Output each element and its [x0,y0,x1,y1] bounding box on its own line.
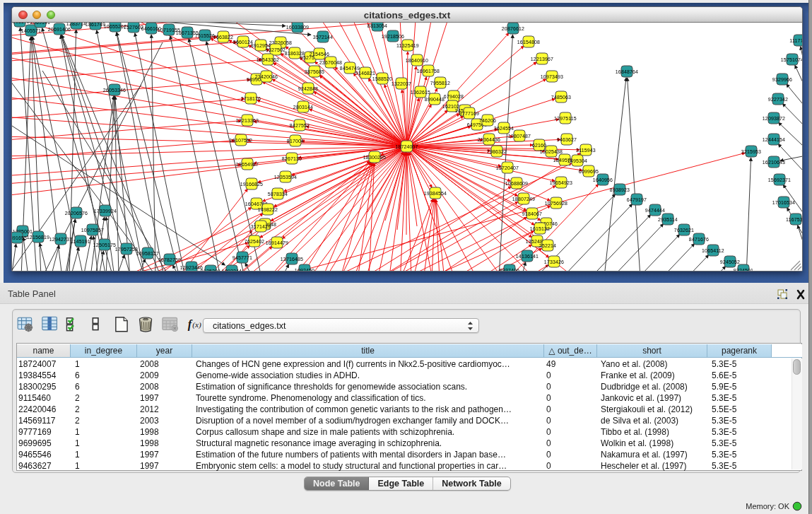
svg-text:15751074: 15751074 [781,57,802,62]
svg-text:12444154: 12444154 [763,137,785,142]
svg-text:8660124: 8660124 [233,40,253,45]
svg-text:1588520: 1588520 [372,76,392,81]
svg-text:23420046: 23420046 [255,74,278,79]
svg-text:9242848: 9242848 [298,86,318,91]
svg-text:16154808: 16154808 [517,40,540,45]
svg-text:3115943: 3115943 [576,148,596,153]
svg-text:9135201: 9135201 [201,269,220,271]
svg-text:19654923: 19654923 [550,180,572,185]
svg-text:18807249: 18807249 [512,197,535,201]
svg-text:9327502: 9327502 [266,47,286,52]
svg-text:2069141: 2069141 [30,23,50,25]
svg-text:7663822: 7663822 [213,35,233,40]
svg-text:3215953: 3215953 [741,149,761,154]
svg-text:12213363: 12213363 [236,118,259,123]
svg-text:10975857: 10975857 [81,228,104,233]
svg-text:15692371: 15692371 [768,177,791,182]
svg-text:1527602: 1527602 [124,25,143,30]
svg-text:1145191: 1145191 [71,239,90,244]
svg-text:1615132: 1615132 [530,226,550,231]
svg-text:1092450: 1092450 [295,268,314,271]
svg-text:16543362: 16543362 [257,57,279,62]
svg-text:26053346: 26053346 [103,88,126,93]
svg-text:1362615: 1362615 [411,90,430,95]
svg-text:19384554: 19384554 [424,191,447,196]
svg-text:10958127: 10958127 [136,251,159,256]
svg-text:8471676: 8471676 [689,237,709,242]
svg-text:12213967: 12213967 [531,57,553,62]
svg-text:8267130: 8267130 [282,156,302,161]
svg-text:16961758: 16961758 [417,69,440,74]
svg-text:9245052: 9245052 [720,259,740,264]
svg-text:9324501: 9324501 [734,268,753,271]
svg-text:3875685: 3875685 [305,69,324,74]
svg-text:5878334: 5878334 [268,192,288,197]
svg-text:17016534: 17016534 [772,200,795,205]
svg-text:7632621: 7632621 [674,228,694,233]
svg-text:12923446: 12923446 [180,265,203,270]
svg-text:1498222: 1498222 [258,207,278,212]
svg-text:(x): (x) [192,320,201,329]
svg-text:9146821: 9146821 [355,71,375,76]
svg-text:2803144: 2803144 [293,105,313,110]
svg-text:6479197: 6479197 [627,197,647,202]
svg-text:18724007: 18724007 [395,144,418,149]
svg-text:9227342: 9227342 [768,97,788,102]
svg-text:9777169: 9777169 [459,111,479,116]
svg-text:16914479: 16914479 [266,240,288,245]
svg-text:16107552: 16107552 [230,138,252,143]
svg-text:12975115: 12975115 [554,116,577,121]
svg-text:1283714: 1283714 [66,23,86,26]
svg-text:14136141: 14136141 [516,254,539,259]
svg-text:7485063: 7485063 [551,95,571,100]
svg-text:19218506: 19218506 [382,34,404,39]
svg-text:9184067: 9184067 [522,211,542,216]
svg-text:12505175: 12505175 [93,243,116,247]
svg-text:2935114: 2935114 [658,217,678,222]
svg-text:1117704: 1117704 [789,38,802,43]
svg-text:8427552: 8427552 [290,123,310,128]
svg-text:20876612: 20876612 [502,26,524,31]
svg-text:23676048: 23676048 [319,60,342,65]
svg-text:1495304: 1495304 [567,158,587,163]
svg-text:3624554: 3624554 [494,126,514,131]
svg-text:252214: 252214 [539,243,556,248]
svg-text:10025438: 10025438 [540,149,563,154]
svg-text:9329966: 9329966 [772,77,792,82]
svg-text:1640956: 1640956 [593,177,613,182]
svg-text:12156819: 12156819 [27,235,49,240]
svg-text:10654112: 10654112 [702,248,724,253]
svg-text:1292344: 1292344 [222,269,242,271]
svg-text:62160: 62160 [532,143,546,148]
svg-text:10756928: 10756928 [545,201,567,206]
svg-text:8454749: 8454749 [340,66,360,71]
svg-text:17339924: 17339924 [94,209,117,214]
svg-text:1733426: 1733426 [544,259,564,264]
svg-text:12093872: 12093872 [763,116,785,121]
svg-text:3572144: 3572144 [313,35,333,40]
svg-text:10807487: 10807487 [508,134,531,139]
svg-text:746206: 746206 [479,118,496,123]
svg-text:18300295: 18300295 [363,155,386,160]
svg-text:9463627: 9463627 [557,137,577,142]
svg-text:17957253: 17957253 [115,247,138,252]
svg-text:10655267: 10655267 [104,24,126,29]
svg-text:6099695: 6099695 [579,169,599,174]
svg-text:2154546: 2154546 [310,52,329,57]
svg-text:8813054: 8813054 [367,23,387,28]
svg-text:1167534: 1167534 [786,217,802,222]
svg-text:1861749: 1861749 [86,23,105,27]
svg-text:10688609: 10688609 [505,181,528,186]
svg-text:7986322: 7986322 [487,149,507,154]
svg-text:16033809: 16033809 [286,25,309,30]
svg-text:8391655: 8391655 [12,235,27,240]
svg-text:20206576: 20206576 [65,211,88,216]
svg-text:6794028: 6794028 [444,94,464,99]
svg-text:7625402: 7625402 [245,239,264,244]
svg-text:1322037: 1322037 [392,81,411,86]
svg-text:11325419: 11325419 [396,43,419,48]
svg-text:8990448: 8990448 [425,97,445,102]
svg-text:10973493: 10973493 [541,74,563,79]
svg-text:16782759: 16782759 [158,257,181,262]
svg-text:9474444: 9474444 [645,208,665,213]
